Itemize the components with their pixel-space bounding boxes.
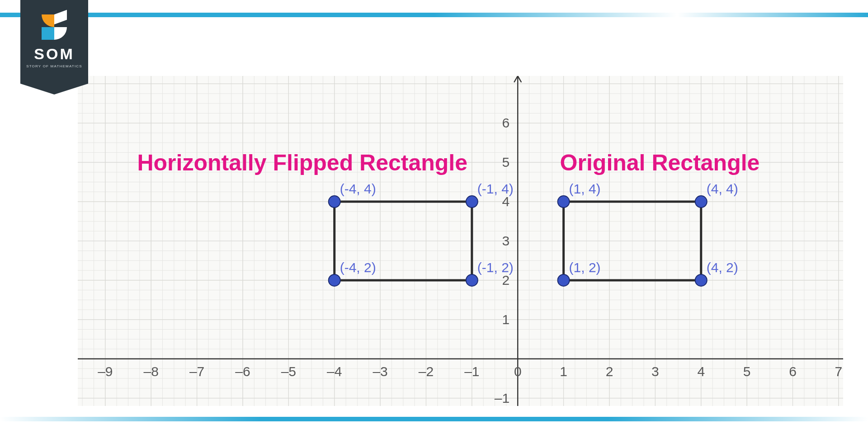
vertex-point	[695, 274, 707, 286]
x-tick-label: –6	[235, 364, 250, 379]
vertex-point	[558, 196, 570, 208]
vertex-label: (-4, 4)	[340, 181, 376, 196]
vertex-label: (-1, 2)	[477, 260, 514, 275]
vertex-label: (4, 4)	[707, 181, 738, 196]
vertex-point	[695, 196, 707, 208]
vertex-label: (-1, 4)	[477, 181, 514, 196]
vertex-point	[466, 196, 478, 208]
x-tick-label: 1	[560, 364, 567, 379]
x-tick-label: –5	[281, 364, 296, 379]
top-accent-bar	[0, 13, 868, 17]
y-tick-label: –1	[495, 391, 509, 406]
vertex-label: (-4, 2)	[340, 260, 376, 275]
x-tick-label: 5	[743, 364, 751, 379]
y-tick-label: 3	[502, 233, 510, 248]
y-tick-label: 6	[502, 115, 510, 130]
logo-text: SOM	[20, 45, 88, 63]
bottom-accent-bar	[0, 417, 868, 421]
vertex-point	[329, 274, 340, 286]
som-logo-icon	[42, 14, 67, 40]
x-tick-label: –8	[144, 364, 159, 379]
vertex-label: (4, 2)	[707, 260, 738, 275]
x-tick-label: 4	[697, 364, 705, 379]
vertex-point	[558, 274, 570, 286]
x-tick-label: –3	[373, 364, 387, 379]
x-tick-label: –7	[189, 364, 204, 379]
y-tick-label: 5	[502, 155, 510, 170]
x-tick-label: –4	[327, 364, 342, 379]
som-logo-badge: SOM STORY OF MATHEMATICS	[20, 0, 88, 84]
title-original: Original Rectangle	[560, 150, 760, 175]
x-tick-label: 6	[789, 364, 797, 379]
vertex-point	[466, 274, 478, 286]
logo-tagline: STORY OF MATHEMATICS	[20, 64, 88, 68]
x-tick-label: 7	[835, 364, 843, 379]
vertex-label: (1, 2)	[569, 260, 601, 275]
x-tick-label: 0	[514, 364, 522, 379]
vertex-point	[329, 196, 340, 208]
vertex-label: (1, 4)	[569, 181, 601, 196]
x-tick-label: –1	[464, 364, 479, 379]
y-tick-label: 1	[502, 312, 510, 327]
plot-svg: –9–8–7–6–5–4–3–2–101234567–1123456(-4, 4…	[78, 76, 843, 406]
title-flipped: Horizontally Flipped Rectangle	[137, 150, 467, 175]
x-tick-label: 2	[606, 364, 613, 379]
x-tick-label: –2	[419, 364, 434, 379]
x-tick-label: –9	[98, 364, 113, 379]
x-tick-label: 3	[651, 364, 659, 379]
coordinate-plane: –9–8–7–6–5–4–3–2–101234567–1123456(-4, 4…	[78, 76, 843, 406]
